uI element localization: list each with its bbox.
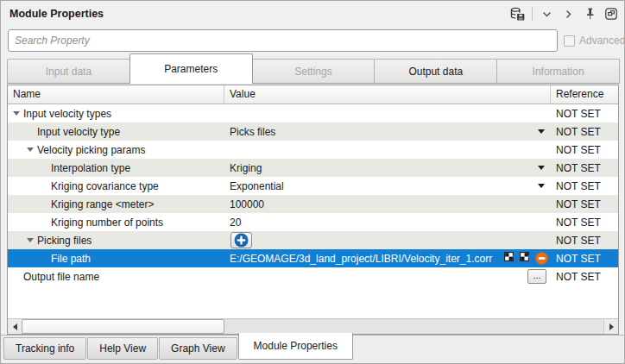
- float-window-icon[interactable]: [603, 6, 619, 22]
- property-name-cell: Input velocity types: [8, 104, 224, 122]
- replace-file-icon[interactable]: [520, 252, 533, 265]
- browse-button[interactable]: ...: [527, 269, 546, 284]
- property-name: File path: [51, 253, 91, 265]
- property-value: Kriging: [230, 162, 262, 174]
- property-value: 100000: [230, 198, 264, 210]
- chevron-down-icon[interactable]: [539, 6, 554, 22]
- property-name-cell: Input velocity type: [8, 122, 224, 141]
- combo-dropdown-icon[interactable]: [538, 184, 545, 188]
- remove-file-icon[interactable]: [535, 252, 548, 265]
- column-header-name[interactable]: Name: [8, 85, 224, 104]
- table-row[interactable]: Output file name...NOT SET: [8, 267, 618, 286]
- reference-cell: NOT SET: [551, 177, 618, 195]
- reload-file-icon[interactable]: [504, 252, 518, 265]
- reference-cell: NOT SET: [551, 141, 618, 159]
- property-value-cell[interactable]: Picks files: [224, 122, 551, 141]
- tab-label: Parameters: [164, 63, 218, 75]
- tab-label: Output data: [408, 66, 463, 78]
- property-name-cell: Velocity picking params: [8, 141, 224, 159]
- scrollbar-thumb[interactable]: [22, 319, 224, 334]
- tree-indent: [11, 204, 39, 204]
- tab-parameters[interactable]: Parameters: [129, 53, 253, 84]
- tab-label: Module Properties: [254, 340, 338, 352]
- table-empty-area: [8, 286, 618, 318]
- table-row[interactable]: Velocity picking paramsNOT SET: [8, 141, 618, 159]
- column-header-value[interactable]: Value: [224, 85, 551, 104]
- expander-icon[interactable]: [25, 147, 35, 152]
- scroll-right-button[interactable]: [603, 319, 618, 334]
- add-file-button[interactable]: [230, 232, 252, 248]
- property-value-cell[interactable]: Exponential: [224, 177, 551, 195]
- property-name-cell: Kriging number of points: [8, 213, 224, 231]
- reference-cell: NOT SET: [551, 249, 618, 267]
- tab-graph-view[interactable]: Graph View: [159, 337, 237, 360]
- tab-information[interactable]: Information: [496, 59, 620, 84]
- file-action-icons: [504, 252, 548, 265]
- table-row[interactable]: Interpolation typeKrigingNOT SET: [8, 159, 618, 177]
- advanced-checkbox[interactable]: [564, 35, 575, 47]
- reference-cell: NOT SET: [551, 267, 618, 286]
- property-name: Interpolation type: [51, 162, 130, 174]
- triangle-down-icon: [27, 238, 34, 242]
- table-row[interactable]: Kriging number of points20NOT SET: [8, 213, 618, 231]
- property-value-cell[interactable]: ...: [224, 267, 551, 286]
- property-name: Input velocity type: [37, 126, 120, 138]
- property-value: E:/GEOMAGE/3d_land_project/LIBRI/Velocit…: [230, 253, 492, 265]
- table-row[interactable]: Kriging covariance typeExponentialNOT SE…: [8, 177, 618, 195]
- tab-label: Settings: [294, 66, 331, 78]
- chevron-right-icon[interactable]: [560, 6, 576, 22]
- panel-toolbar: [510, 5, 619, 22]
- table-row[interactable]: File pathE:/GEOMAGE/3d_land_project/LIBR…: [8, 249, 618, 267]
- combo-dropdown-icon[interactable]: [538, 166, 545, 170]
- search-input[interactable]: [8, 29, 558, 52]
- property-value-cell[interactable]: E:/GEOMAGE/3d_land_project/LIBRI/Velocit…: [224, 249, 551, 267]
- scroll-left-icon: [13, 323, 17, 330]
- tree-indent: [11, 222, 39, 223]
- panel-title-bar: Module Properties: [1, 1, 624, 27]
- save-to-database-icon[interactable]: [510, 6, 526, 22]
- property-value-cell[interactable]: 20: [224, 213, 551, 231]
- tab-label: Tracking info: [16, 342, 74, 355]
- bottom-tab-bar: Tracking info Help View Graph View Modul…: [1, 335, 624, 363]
- table-row[interactable]: Kriging range <meter>100000NOT SET: [8, 195, 618, 213]
- reference-cell: NOT SET: [551, 104, 618, 122]
- reference-cell: NOT SET: [551, 122, 618, 141]
- expander-icon[interactable]: [25, 238, 35, 242]
- table-row[interactable]: Input velocity typesNOT SET: [8, 104, 618, 122]
- scroll-left-button[interactable]: [8, 319, 22, 334]
- table-row[interactable]: Input velocity typePicks filesNOT SET: [8, 122, 618, 141]
- tree-indent: [11, 167, 39, 168]
- tree-indent: [11, 240, 25, 241]
- table-row[interactable]: Picking filesNOT SET: [8, 231, 618, 249]
- plus-icon: [234, 233, 249, 248]
- properties-table: Name Value Reference Input velocity type…: [7, 85, 619, 335]
- horizontal-scrollbar[interactable]: [8, 318, 618, 334]
- panel-title: Module Properties: [9, 8, 104, 20]
- tab-output-data[interactable]: Output data: [374, 59, 497, 84]
- property-name-cell: Kriging covariance type: [8, 177, 224, 195]
- tree-indent: [11, 185, 39, 186]
- tree-indent: [11, 131, 25, 132]
- property-value-cell[interactable]: Kriging: [224, 159, 551, 177]
- property-value-cell[interactable]: 100000: [224, 195, 551, 213]
- reference-cell: NOT SET: [551, 213, 618, 231]
- expander-icon[interactable]: [11, 111, 22, 116]
- property-rows: Input velocity typesNOT SETInput velocit…: [8, 104, 618, 286]
- property-name-cell: File path: [8, 249, 224, 267]
- pin-icon[interactable]: [582, 6, 597, 22]
- tab-tracking-info[interactable]: Tracking info: [3, 337, 86, 360]
- column-header-reference[interactable]: Reference: [551, 85, 618, 104]
- property-value: 20: [230, 217, 241, 229]
- tab-label: Graph View: [171, 342, 224, 355]
- tab-settings[interactable]: Settings: [252, 59, 376, 84]
- property-value-cell[interactable]: [224, 231, 551, 249]
- property-name: Output file name: [23, 271, 99, 283]
- tab-input-data[interactable]: Input data: [7, 59, 130, 84]
- property-name: Velocity picking params: [37, 144, 145, 156]
- tab-label: Information: [533, 66, 584, 78]
- combo-dropdown-icon[interactable]: [538, 129, 545, 134]
- tab-help-view[interactable]: Help View: [87, 337, 158, 360]
- advanced-checkbox-group[interactable]: Advanced: [564, 35, 625, 47]
- tab-module-properties[interactable]: Module Properties: [238, 333, 353, 360]
- property-name-cell: Picking files: [8, 231, 224, 249]
